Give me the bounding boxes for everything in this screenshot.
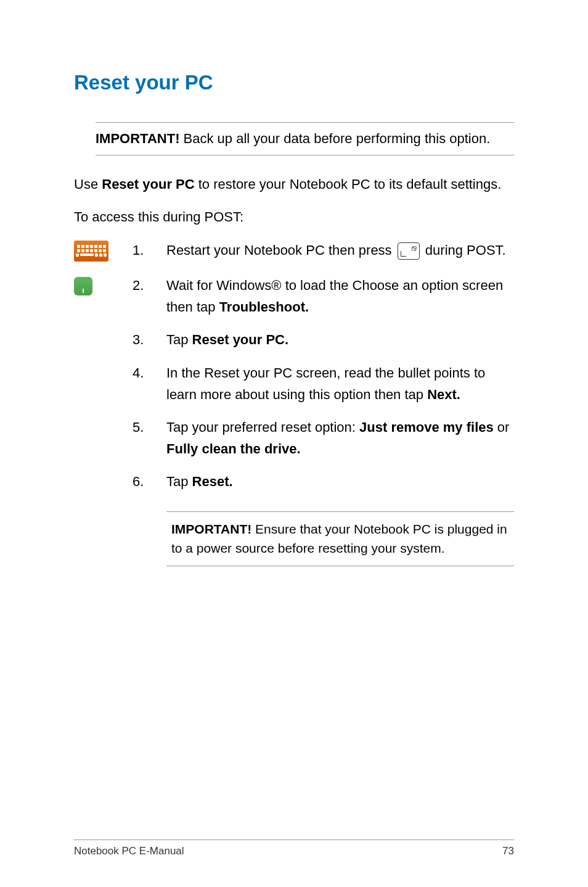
step5-prefix: Tap your preferred reset option:	[166, 419, 359, 435]
steps-list-keyboard: Restart your Notebook PC then press f9 d…	[133, 239, 514, 261]
step-3: Tap Reset your PC.	[133, 329, 514, 350]
step4-bold: Next.	[427, 387, 460, 402]
intro-suffix: to restore your Notebook PC to its defau…	[195, 176, 502, 192]
step-2: Wait for Windows® to load the Choose an …	[133, 274, 514, 318]
footer-page-number: 73	[502, 845, 514, 857]
touchpad-icon	[74, 277, 92, 295]
important-bottom-label: IMPORTANT!	[171, 522, 251, 536]
section-heading: Reset your PC	[74, 71, 514, 94]
step-4: In the Reset your PC screen, read the bu…	[133, 362, 514, 405]
step6-bold: Reset.	[192, 474, 233, 489]
step3-prefix: Tap	[166, 332, 192, 347]
steps-list-touch: Wait for Windows® to load the Choose an …	[133, 274, 514, 493]
step2-bold: Troubleshoot.	[219, 299, 309, 315]
step3-bold: Reset your PC.	[192, 332, 289, 347]
step-6: Tap Reset.	[133, 471, 514, 492]
step5-bold1: Just remove my files	[359, 419, 494, 435]
important-text: Back up all your data before performing …	[179, 131, 490, 146]
f9-key-icon: f9	[398, 242, 420, 260]
intro-bold: Reset your PC	[102, 176, 194, 192]
important-notice-top: IMPORTANT! Back up all your data before …	[96, 122, 514, 155]
f9-label: f9	[411, 244, 416, 254]
important-notice-bottom: IMPORTANT! Ensure that your Notebook PC …	[166, 511, 514, 566]
step2-prefix: Wait for Windows® to load the Choose an …	[166, 278, 503, 315]
step5-bold2: Fully clean the drive.	[166, 441, 301, 456]
step5-mid: or	[494, 419, 510, 435]
intro-text: Use Reset your PC to restore your Notebo…	[74, 174, 514, 194]
step1-suffix: during POST.	[422, 242, 506, 258]
keyboard-icon	[74, 241, 108, 262]
footer-title: Notebook PC E-Manual	[74, 845, 184, 857]
important-label: IMPORTANT!	[96, 131, 179, 146]
access-line: To access this during POST:	[74, 207, 514, 227]
intro-prefix: Use	[74, 176, 102, 192]
step1-prefix: Restart your Notebook PC then press	[166, 242, 396, 258]
step-5: Tap your preferred reset option: Just re…	[133, 416, 514, 460]
step-1: Restart your Notebook PC then press f9 d…	[133, 239, 514, 261]
page-footer: Notebook PC E-Manual 73	[74, 840, 514, 857]
step6-prefix: Tap	[166, 474, 192, 489]
